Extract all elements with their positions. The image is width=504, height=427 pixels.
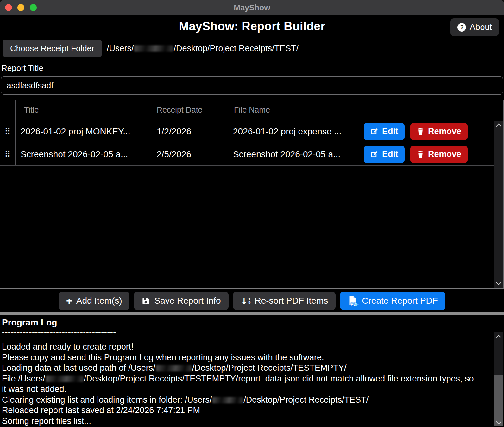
path-prefix: /Users/ — [107, 44, 134, 53]
pdf-file-icon: PDF — [348, 295, 358, 306]
table-scrollbar[interactable] — [494, 121, 503, 288]
receipt-folder-path: /Users/ /Desktop/Project Receipts/TEST/ — [107, 44, 299, 53]
cell-file-name: 2026-01-02 proj expense ... — [227, 120, 361, 143]
resort-pdf-items-button[interactable]: ↓ 1 9 Re-sort PDF Items — [233, 292, 336, 310]
column-header-actions — [361, 100, 503, 120]
about-label: About — [469, 22, 492, 32]
log-line: Reloaded report last saved at 2/24/2026 … — [2, 405, 478, 416]
table-header-row: Title Receipt Date File Name — [0, 100, 503, 120]
add-items-label: Add Item(s) — [76, 296, 122, 306]
drag-handle[interactable]: ⠿ — [0, 143, 15, 165]
create-report-pdf-label: Create Report PDF — [362, 296, 438, 306]
edit-icon — [370, 127, 378, 136]
save-report-info-button[interactable]: Save Report Info — [134, 292, 228, 310]
redacted-username — [212, 397, 243, 403]
program-log-title: Program Log — [2, 318, 501, 328]
remove-label: Remove — [428, 127, 461, 136]
log-line: Loading data at last used path of /Users… — [2, 363, 478, 374]
column-header-file-name: File Name — [227, 100, 361, 120]
about-button[interactable]: ? About — [450, 18, 499, 36]
cell-file-name: Screenshot 2026-02-05 a... — [227, 143, 361, 165]
table-row: ⠿ Screenshot 2026-02-05 a... 2/5/2026 Sc… — [0, 143, 503, 166]
trash-icon — [417, 150, 424, 158]
choose-receipt-folder-button[interactable]: Choose Receipt Folder — [3, 40, 102, 57]
column-header-title: Title — [15, 100, 149, 120]
drag-column-header — [0, 100, 15, 120]
question-icon: ? — [457, 23, 466, 32]
chevron-up-icon[interactable] — [495, 123, 502, 127]
trash-icon — [417, 127, 424, 136]
sort-numeric-down-icon: ↓ 1 9 — [241, 297, 251, 305]
chevron-down-icon[interactable] — [495, 282, 502, 285]
section-divider — [0, 312, 504, 315]
log-line: Please copy and send this Program Log wh… — [2, 352, 478, 363]
cell-actions: Edit Remove — [361, 143, 503, 165]
drag-handle[interactable]: ⠿ — [0, 120, 15, 143]
program-log: Program Log ----------------------------… — [0, 315, 504, 426]
redacted-username — [46, 376, 83, 382]
edit-label: Edit — [382, 127, 398, 136]
create-report-pdf-button[interactable]: PDF Create Report PDF — [340, 292, 445, 310]
actions-bar: + Add Item(s) Save Report Info ↓ 1 9 Re-… — [0, 289, 504, 312]
edit-button[interactable]: Edit — [364, 146, 405, 163]
window-title: MayShow — [0, 0, 504, 15]
remove-label: Remove — [428, 149, 461, 159]
path-suffix: /Desktop/Project Receipts/TEST/ — [173, 44, 299, 53]
log-line: Clearing existing list and loading items… — [2, 395, 478, 405]
log-line: Loaded and ready to create report! — [2, 342, 478, 352]
remove-button[interactable]: Remove — [410, 146, 468, 163]
cell-receipt-date: 2/5/2026 — [149, 143, 227, 165]
app-window: MayShow MayShow: Report Builder ? About … — [0, 0, 504, 427]
log-line: File /Users//Desktop/Project Receipts/TE… — [2, 374, 478, 395]
page-title: MayShow: Report Builder — [0, 20, 504, 33]
save-report-info-label: Save Report Info — [154, 296, 221, 306]
chevron-up-icon[interactable] — [495, 335, 502, 338]
resort-pdf-items-label: Re-sort PDF Items — [255, 296, 328, 306]
remove-button[interactable]: Remove — [410, 123, 468, 140]
report-title-label: Report Title — [1, 63, 504, 73]
log-scrollbar[interactable] — [494, 332, 503, 426]
column-header-receipt-date: Receipt Date — [149, 100, 227, 120]
cell-actions: Edit Remove — [361, 120, 503, 143]
folder-row: Choose Receipt Folder /Users/ /Desktop/P… — [0, 39, 504, 58]
log-line: Sorting report files list... — [2, 416, 478, 427]
cell-title: Screenshot 2026-02-05 a... — [15, 143, 149, 165]
log-separator: -------------------------------------- — [2, 328, 501, 337]
redacted-username — [134, 45, 173, 52]
chevron-down-icon[interactable] — [495, 421, 502, 424]
add-items-button[interactable]: + Add Item(s) — [59, 292, 129, 310]
cell-title: 2026-01-02 proj MONKEY... — [15, 120, 149, 143]
table-row: ⠿ 2026-01-02 proj MONKEY... 1/2/2026 202… — [0, 120, 503, 143]
plus-icon: + — [66, 296, 72, 306]
app-header: MayShow: Report Builder ? About — [0, 15, 504, 39]
floppy-icon — [142, 297, 150, 305]
titlebar[interactable]: MayShow — [0, 0, 504, 15]
edit-label: Edit — [382, 149, 398, 159]
edit-button[interactable]: Edit — [364, 123, 405, 140]
scrollbar-thumb[interactable] — [494, 375, 503, 426]
report-title-input[interactable] — [1, 76, 503, 95]
cell-receipt-date: 1/2/2026 — [149, 120, 227, 143]
edit-icon — [370, 150, 378, 158]
items-table: Title Receipt Date File Name ⠿ 2026-01-0… — [0, 100, 504, 289]
redacted-username — [156, 365, 192, 371]
